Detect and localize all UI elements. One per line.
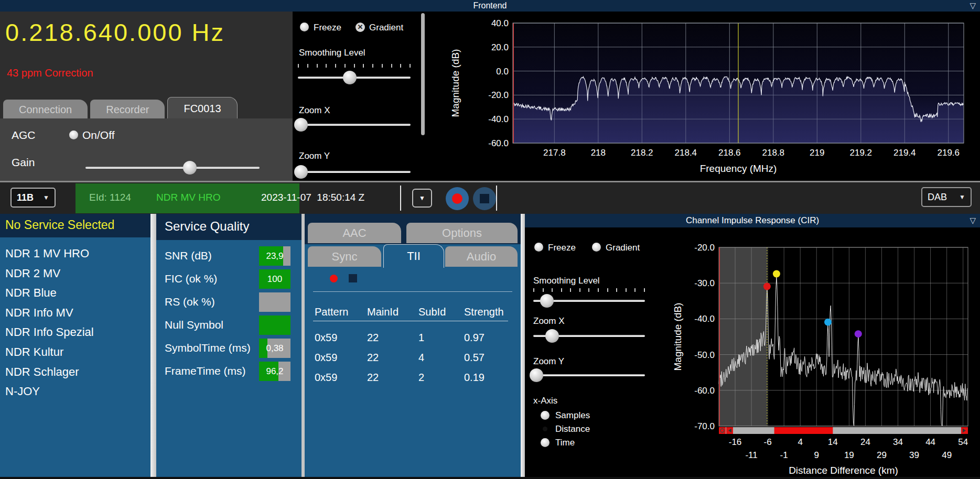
svg-text:-11: -11 <box>745 450 757 460</box>
quality-value: 0,38 <box>259 339 290 358</box>
svg-text:218.8: 218.8 <box>762 148 785 158</box>
panel-splitter-2[interactable] <box>521 214 525 479</box>
tii-cell[interactable]: 22 <box>367 352 379 364</box>
tii-cell[interactable]: 1 <box>418 332 424 344</box>
tuner-panel: 0.218.640.000 Hz 43 ppm Correction Conne… <box>0 12 293 181</box>
cir-xaxis-label: x-Axis <box>533 396 557 406</box>
cir-smoothing-slider[interactable] <box>533 294 645 308</box>
tab-audio[interactable]: Audio <box>445 246 518 267</box>
svg-text:49: 49 <box>942 450 952 460</box>
record-button[interactable] <box>446 187 469 210</box>
gradient-label: Gradient <box>369 23 403 33</box>
quality-progress-bar: 100 <box>259 269 290 289</box>
stop-button[interactable] <box>473 187 496 210</box>
tii-cell[interactable]: 22 <box>367 372 379 384</box>
cir-collapse-icon[interactable]: ▽ <box>970 214 976 227</box>
spectrum-controls-panel: Freeze ✕ Gradient Smoothing Level Zoom X… <box>293 12 438 181</box>
channel-combobox[interactable]: 11B ▼ <box>10 188 56 208</box>
cir-freeze-radio[interactable] <box>534 243 543 252</box>
xaxis-radio-samples[interactable] <box>541 411 550 420</box>
cir-smoothing-label: Smoothing Level <box>533 276 600 286</box>
tii-header-underline <box>313 321 508 321</box>
spectrum-plot[interactable]: 40.020.00.0-20.0-40.0-60.0217.8218218.22… <box>438 12 980 181</box>
tii-cell[interactable]: 0x59 <box>315 332 337 344</box>
services-panel: No Service Selected NDR 1 MV HRONDR 2 MV… <box>0 214 150 479</box>
tab-tii[interactable]: TII <box>383 244 444 268</box>
svg-text:218.2: 218.2 <box>631 148 653 158</box>
tii-cell[interactable]: 0x59 <box>315 372 337 384</box>
service-item[interactable]: NDR Info Spezial <box>5 325 94 339</box>
service-item[interactable]: NDR Info MV <box>5 306 73 320</box>
device-tab-bar: ConnectionRecorderFC0013 <box>3 97 240 119</box>
frontend-titlebar[interactable]: Frontend ▽ <box>0 0 980 12</box>
device-tab-recorder[interactable]: Recorder <box>90 100 165 119</box>
agc-radio[interactable] <box>69 130 78 139</box>
quality-value: 96,2 <box>259 362 290 381</box>
tii-cell[interactable]: 2 <box>418 372 424 384</box>
tii-stop-icon[interactable] <box>349 274 357 282</box>
tii-cell[interactable]: 22 <box>367 332 379 344</box>
cir-zoom-x-slider[interactable] <box>533 329 645 343</box>
quality-label: Null Symbol <box>165 319 223 331</box>
tii-cell[interactable]: 0x59 <box>315 352 337 364</box>
tii-col-header: Strength <box>464 306 504 318</box>
service-item[interactable]: NDR 2 MV <box>5 267 60 280</box>
xaxis-radio-time[interactable] <box>541 438 550 447</box>
service-item[interactable]: NDR Kultur <box>5 345 63 359</box>
spectrum-canvas[interactable]: 40.020.00.0-20.0-40.0-60.0217.8218218.22… <box>438 12 980 181</box>
cir-canvas[interactable]: -16-641424344454-11-1919293949-20.0-30.0… <box>666 227 980 479</box>
svg-text:39: 39 <box>909 450 919 460</box>
svg-text:20.0: 20.0 <box>491 42 509 52</box>
device-tab-connection[interactable]: Connection <box>3 100 88 119</box>
device-tab-fc0013[interactable]: FC0013 <box>167 97 237 119</box>
agc-label: AGC <box>12 129 36 141</box>
service-item[interactable]: NDR Blue <box>5 286 57 300</box>
svg-text:218.4: 218.4 <box>675 148 697 158</box>
tii-cell[interactable]: 4 <box>418 352 424 364</box>
service-item[interactable]: NDR Schlager <box>5 365 79 379</box>
collapse-panel-icon[interactable]: ▽ <box>970 0 976 12</box>
zoom-x-slider[interactable] <box>298 118 411 132</box>
quality-label: SNR (dB) <box>165 249 212 262</box>
service-quality-panel: Service Quality SNR (dB)23,9FIC (ok %)10… <box>156 214 301 479</box>
record-options-dropdown[interactable]: ▼ <box>412 189 432 208</box>
cir-titlebar[interactable]: Channel Impulse Response (CIR) ▽ <box>525 214 980 227</box>
gradient-checkbox[interactable]: ✕ <box>356 23 365 32</box>
smoothing-slider[interactable] <box>298 71 411 84</box>
tii-record-icon[interactable] <box>330 275 338 282</box>
frequency-display: 0.218.640.000 Hz <box>5 18 225 47</box>
svg-text:-50.0: -50.0 <box>694 350 715 360</box>
cir-gradient-label: Gradient <box>606 243 640 253</box>
quality-progress-bar: 23,9 <box>259 246 290 266</box>
record-icon <box>452 193 462 204</box>
xaxis-radio-label: Samples <box>555 410 590 421</box>
quality-label: FIC (ok %) <box>165 273 217 285</box>
mode-combobox[interactable]: DAB ▼ <box>921 187 972 207</box>
quality-progress-bar: 0,38 <box>259 339 290 358</box>
cir-freeze-label: Freeze <box>548 243 576 253</box>
tab-aac[interactable]: AAC <box>308 223 401 243</box>
channel-value: 11B <box>17 192 34 203</box>
quality-progress-bar: 96,2 <box>259 362 290 381</box>
cir-gradient-radio[interactable] <box>592 243 601 252</box>
cir-plot[interactable]: -16-641424344454-11-1919293949-20.0-30.0… <box>666 227 980 479</box>
tab-options[interactable]: Options <box>406 223 518 243</box>
tii-cell[interactable]: 0.57 <box>464 352 484 364</box>
zoom-y-slider[interactable] <box>298 165 411 179</box>
service-item[interactable]: N-JOY <box>5 385 40 398</box>
svg-text:-20.0: -20.0 <box>694 243 715 253</box>
tab-sync[interactable]: Sync <box>308 246 381 267</box>
cir-zoom-y-slider[interactable] <box>533 368 645 382</box>
service-item[interactable]: NDR 1 MV HRO <box>5 247 89 260</box>
cir-controls-panel: Freeze Gradient Smoothing Level Zoom X Z… <box>525 227 666 479</box>
services-scrollbar[interactable] <box>150 214 156 479</box>
mode-value: DAB <box>928 192 947 203</box>
gain-slider[interactable] <box>85 161 260 175</box>
svg-text:-6: -6 <box>764 437 772 447</box>
tii-cell[interactable]: 0.97 <box>464 332 484 344</box>
freeze-radio[interactable] <box>300 23 309 31</box>
statusbar-separator <box>400 186 401 211</box>
smoothing-ticks <box>298 64 411 68</box>
controls-scrollbar[interactable] <box>421 13 425 135</box>
tii-cell[interactable]: 0.19 <box>464 372 484 384</box>
